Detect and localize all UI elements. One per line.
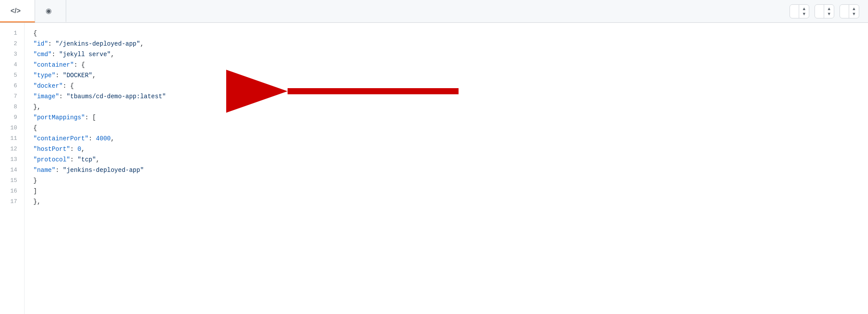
toolbar-right: ▲ ▼ ▲ ▼ ▲ ▼	[790, 0, 868, 22]
line-number-6: 6	[0, 81, 24, 91]
line-number-5: 5	[0, 70, 24, 81]
code-line-11: "containerPort": 4000,	[33, 133, 868, 144]
nowrap-select[interactable]: ▲ ▼	[840, 4, 859, 18]
line-number-2: 2	[0, 39, 24, 49]
code-line-13: "protocol": "tcp",	[33, 154, 868, 165]
line-number-4: 4	[0, 60, 24, 70]
code-line-2: "id": "/jenkins-deployed-app",	[33, 39, 868, 49]
code-line-6: "docker": {	[33, 81, 868, 91]
code-content[interactable]: { "id": "/jenkins-deployed-app", "cmd": …	[25, 23, 868, 314]
line-number-11: 11	[0, 133, 24, 144]
spaces-up-icon: ▲	[802, 7, 806, 11]
preview-icon: ◉	[46, 7, 52, 15]
line-number-12: 12	[0, 144, 24, 154]
edit-file-icon: </>	[11, 7, 21, 15]
indent-size-select[interactable]: ▲ ▼	[815, 4, 834, 18]
indent-arrows[interactable]: ▲ ▼	[824, 5, 834, 18]
tab-edit-file[interactable]: </>	[0, 0, 35, 22]
line-number-17: 17	[0, 196, 24, 207]
code-line-15: }	[33, 175, 868, 186]
line-number-1: 1	[0, 28, 24, 39]
code-line-7: "image": "tbaums/cd-demo-app:latest"	[33, 91, 868, 102]
code-line-4: "container": {	[33, 60, 868, 70]
nowrap-down-icon: ▼	[852, 12, 856, 16]
code-line-14: "name": "jenkins-deployed-app"	[33, 165, 868, 175]
editor-area: 1234567891011121314151617 { "id": "/jenk…	[0, 23, 868, 314]
tab-bar: </> ◉ ▲ ▼ ▲ ▼ ▲ ▼	[0, 0, 868, 23]
code-line-10: {	[33, 123, 868, 133]
line-number-3: 3	[0, 49, 24, 60]
code-line-3: "cmd": "jekyll serve",	[33, 49, 868, 60]
indent-size-label	[815, 5, 824, 18]
code-line-17: },	[33, 196, 868, 207]
spaces-select[interactable]: ▲ ▼	[790, 4, 809, 18]
spaces-label	[790, 5, 799, 18]
line-number-13: 13	[0, 154, 24, 165]
line-number-14: 14	[0, 165, 24, 175]
code-line-1: {	[33, 28, 868, 39]
code-line-8: },	[33, 102, 868, 112]
spaces-down-icon: ▼	[802, 12, 806, 16]
nowrap-label	[840, 5, 849, 18]
line-number-8: 8	[0, 102, 24, 112]
tab-preview-changes[interactable]: ◉	[35, 0, 66, 22]
line-number-7: 7	[0, 91, 24, 102]
line-number-16: 16	[0, 186, 24, 196]
indent-up-icon: ▲	[827, 7, 831, 11]
code-line-9: "portMappings": [	[33, 112, 868, 123]
spaces-arrows[interactable]: ▲ ▼	[799, 5, 809, 18]
line-numbers: 1234567891011121314151617	[0, 23, 25, 314]
line-number-15: 15	[0, 175, 24, 186]
nowrap-arrows[interactable]: ▲ ▼	[849, 5, 859, 18]
indent-down-icon: ▼	[827, 12, 831, 16]
nowrap-up-icon: ▲	[852, 7, 856, 11]
code-line-5: "type": "DOCKER",	[33, 70, 868, 81]
line-number-9: 9	[0, 112, 24, 123]
code-line-12: "hostPort": 0,	[33, 144, 868, 154]
code-line-16: ]	[33, 186, 868, 196]
line-number-10: 10	[0, 123, 24, 133]
